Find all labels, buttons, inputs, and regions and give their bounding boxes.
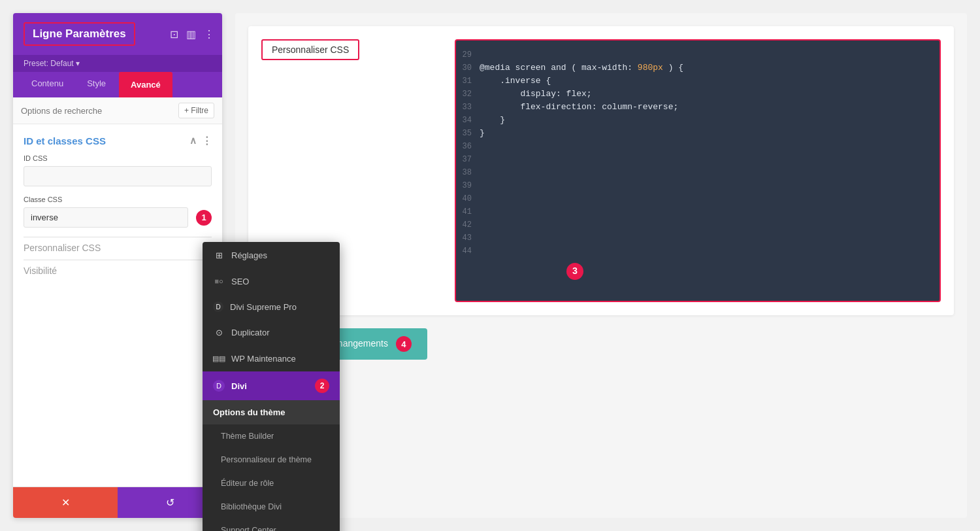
id-css-input[interactable] (24, 166, 212, 186)
editor-row: Personnaliser CSS 29 30 @media screen an… (261, 39, 941, 302)
left-panel: Ligne Paramètres ⊡ ▥ ⋮ Preset: Defaut ▾ … (13, 13, 222, 518)
menu-item-seo[interactable]: ≡○ SEO (203, 268, 340, 294)
tab-contenu[interactable]: Contenu (21, 72, 74, 97)
save-btn-container: Sauvegarder les changements 4 (248, 326, 954, 360)
css-content-section: Personnaliser CSS 29 30 @media screen an… (248, 26, 954, 315)
css-section-title: ID et classes CSS ∧ ⋮ (24, 135, 212, 146)
menu-item-wp-maintenance[interactable]: ▤▤ WP Maintenance (203, 345, 340, 371)
editor-right: 29 30 @media screen and ( max-width: 980… (455, 39, 941, 302)
tab-style[interactable]: Style (76, 72, 116, 97)
panel-title-box: Ligne Paramètres (24, 22, 135, 46)
visibilite-section: Visibilité (24, 266, 212, 276)
badge-3: 3 (566, 263, 583, 280)
tabs-bar: Contenu Style Avancé (13, 72, 222, 97)
code-line-41: 41 (456, 205, 939, 218)
tab-avance[interactable]: Avancé (119, 72, 172, 97)
menu-item-divi-supreme[interactable]: D Divi Supreme Pro (203, 294, 340, 319)
search-bar: + Filtre (13, 97, 222, 124)
panel-content: ID et classes CSS ∧ ⋮ ID CSS Classe CSS … (13, 124, 222, 487)
menu-item-bibliotheque[interactable]: Bibliothèque Divi (203, 495, 340, 519)
cancel-button[interactable]: ✕ (13, 487, 118, 518)
menu-item-duplicator[interactable]: ⊙ Duplicator (203, 319, 340, 345)
menu-item-theme-builder[interactable]: Thème Builder (203, 424, 340, 448)
preset-bar: Preset: Defaut ▾ (13, 55, 222, 72)
personnaliser-css-section: Personnaliser CSS (24, 243, 212, 253)
badge-2: 2 (315, 379, 329, 393)
code-line-43: 43 (456, 231, 939, 245)
code-line-30: 30 @media screen and ( max-width: 980px … (456, 61, 939, 75)
badge-1: 1 (196, 210, 212, 226)
right-content: Personnaliser CSS 29 30 @media screen an… (235, 13, 967, 518)
code-line-38: 38 (456, 166, 939, 179)
menu-item-personnaliseur[interactable]: Personnaliseur de thème (203, 448, 340, 471)
badge-4: 4 (396, 336, 412, 352)
code-line-35: 35 } (456, 127, 939, 140)
code-line-44: 44 3 (456, 245, 939, 293)
reglages-icon: ⊞ (213, 249, 225, 261)
panel-header-icons: ⊡ ▥ ⋮ (170, 28, 214, 41)
code-editor[interactable]: 29 30 @media screen and ( max-width: 980… (455, 39, 941, 302)
divi-icon: D (213, 380, 225, 392)
divider-2 (24, 260, 212, 260)
section-icons: ∧ ⋮ (189, 135, 212, 146)
code-line-39: 39 (456, 179, 939, 192)
classe-css-label: Classe CSS (24, 196, 212, 203)
code-line-31: 31 .inverse { (456, 75, 939, 88)
main-container: Ligne Paramètres ⊡ ▥ ⋮ Preset: Defaut ▾ … (0, 0, 980, 531)
seo-icon: ≡○ (213, 275, 225, 287)
panel-header: Ligne Paramètres ⊡ ▥ ⋮ (13, 13, 222, 55)
duplicator-icon: ⊙ (213, 326, 225, 338)
screen-icon[interactable]: ⊡ (170, 28, 178, 41)
code-line-29: 29 (456, 48, 939, 61)
id-css-label: ID CSS (24, 154, 212, 162)
chevron-up-icon[interactable]: ∧ (189, 135, 197, 146)
more-icon[interactable]: ⋮ (204, 28, 214, 41)
code-line-36: 36 (456, 140, 939, 153)
editor-left: Personnaliser CSS (261, 39, 444, 71)
classe-css-input[interactable] (24, 207, 188, 228)
divi-supreme-icon: D (213, 301, 223, 312)
code-line-42: 42 (456, 218, 939, 231)
code-line-33: 33 flex-direction: column-reverse; (456, 101, 939, 114)
menu-item-options-theme[interactable]: Options du thème (203, 400, 340, 424)
menu-item-editeur-role[interactable]: Éditeur de rôle (203, 471, 340, 495)
code-line-40: 40 (456, 192, 939, 205)
menu-item-support[interactable]: Support Center (203, 519, 340, 531)
filter-button[interactable]: + Filtre (178, 103, 214, 118)
code-line-34: 34 } (456, 114, 939, 127)
split-icon[interactable]: ▥ (186, 28, 196, 41)
section-more-icon[interactable]: ⋮ (202, 135, 212, 146)
menu-item-reglages[interactable]: ⊞ Réglages (203, 242, 340, 268)
search-input[interactable] (21, 106, 178, 116)
dropdown-menu: ⊞ Réglages ≡○ SEO D Divi Supreme Pro ⊙ D… (203, 242, 340, 531)
panel-title: Ligne Paramètres (33, 27, 126, 40)
code-line-32: 32 display: flex; (456, 88, 939, 101)
code-line-37: 37 (456, 153, 939, 166)
classe-css-row: 1 (24, 207, 212, 228)
menu-item-divi[interactable]: D Divi 2 (203, 371, 340, 400)
personnaliser-css-title: Personnaliser CSS (261, 39, 359, 60)
panel-footer: ✕ ↺ (13, 487, 222, 518)
divider-1 (24, 237, 212, 237)
wp-maintenance-icon: ▤▤ (213, 352, 225, 364)
